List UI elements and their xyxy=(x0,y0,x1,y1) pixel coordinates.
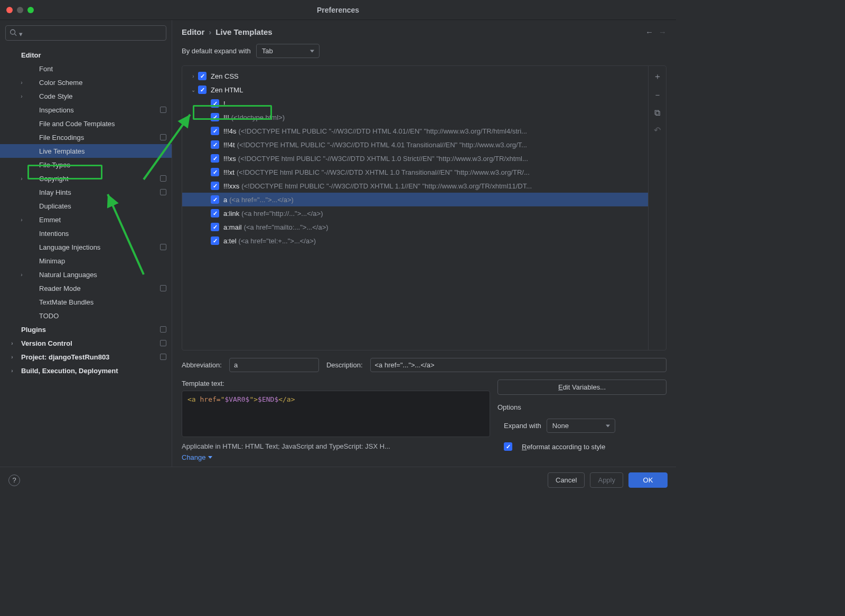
list-item[interactable]: !!!xt (<!DOCTYPE html PUBLIC "-//W3C//DT… xyxy=(182,165,648,179)
list-item[interactable]: a:mail (<a href="mailto:...">...</a>) xyxy=(182,220,648,234)
template-name: !!!xxs xyxy=(223,182,239,190)
sidebar-item[interactable]: Minimap xyxy=(0,254,172,268)
sidebar-item[interactable]: Inspections xyxy=(0,103,172,117)
sidebar-item[interactable]: Duplicates xyxy=(0,199,172,213)
templates-list[interactable]: ›Zen CSS⌄Zen HTML!!!! (<!doctype html>)!… xyxy=(182,66,648,350)
template-checkbox[interactable] xyxy=(211,182,219,190)
chevron-right-icon: › xyxy=(16,93,27,99)
sidebar-item[interactable]: File Types xyxy=(0,158,172,172)
scope-badge-icon xyxy=(160,244,166,250)
sidebar-item[interactable]: ›Emmet xyxy=(0,213,172,226)
revert-icon[interactable]: ↶ xyxy=(654,125,661,135)
list-item[interactable]: a:tel (<a href="tel:+...">...</a>) xyxy=(182,234,648,248)
sidebar-item[interactable]: Inlay Hints xyxy=(0,185,172,199)
sidebar-item[interactable]: ›Code Style xyxy=(0,89,172,103)
sidebar-item-label: Reader Mode xyxy=(27,285,172,292)
sidebar-item[interactable]: ›Version Control xyxy=(0,336,172,350)
template-checkbox[interactable] xyxy=(198,86,206,94)
template-name: !!!4t xyxy=(223,141,235,149)
copy-icon[interactable]: ⧉ xyxy=(654,108,660,118)
sidebar-item[interactable]: File and Code Templates xyxy=(0,117,172,130)
abbreviation-label: Abbreviation: xyxy=(182,361,222,369)
list-item[interactable]: !!!xs (<!DOCTYPE html PUBLIC "-//W3C//DT… xyxy=(182,151,648,165)
chevron-icon: ⌄ xyxy=(189,87,198,93)
breadcrumb-current: Live Templates xyxy=(215,27,272,36)
sidebar-item[interactable]: File Encodings xyxy=(0,130,172,144)
list-item[interactable]: ! xyxy=(182,97,648,110)
scope-badge-icon xyxy=(160,340,166,346)
breadcrumb: Editor › Live Templates ← → xyxy=(182,27,666,36)
sidebar-item-label: TextMate Bundles xyxy=(27,298,172,306)
sidebar-item[interactable]: Live Templates xyxy=(0,144,172,158)
help-icon[interactable]: ? xyxy=(8,475,20,486)
template-hint: (<a href="mailto:...">...</a>) xyxy=(244,223,328,231)
abbreviation-input[interactable] xyxy=(229,358,319,372)
description-label: Description: xyxy=(326,361,363,369)
list-item[interactable]: !!!xxs (<!DOCTYPE html PUBLIC "-//W3C//D… xyxy=(182,179,648,193)
chevron-right-icon: › xyxy=(16,217,27,223)
nav-back-icon[interactable]: ← xyxy=(645,27,653,36)
list-item[interactable]: a:link (<a href="http://...">...</a>) xyxy=(182,206,648,220)
description-input[interactable] xyxy=(370,358,666,372)
edit-variables-button[interactable]: EEdit Variables...dit Variables... xyxy=(497,380,666,395)
expand-with-default-select[interactable]: Tab xyxy=(256,44,320,58)
list-item[interactable]: !!!4s (<!DOCTYPE HTML PUBLIC "-//W3C//DT… xyxy=(182,124,648,138)
ok-button[interactable]: OK xyxy=(628,472,668,488)
template-checkbox[interactable] xyxy=(211,209,219,217)
template-checkbox[interactable] xyxy=(211,140,219,149)
template-checkbox[interactable] xyxy=(211,127,219,135)
list-item[interactable]: !!!4t (<!DOCTYPE HTML PUBLIC "-//W3C//DT… xyxy=(182,138,648,151)
list-item[interactable]: ›Zen CSS xyxy=(182,69,648,83)
cancel-button[interactable]: Cancel xyxy=(548,472,585,488)
sidebar-item-label: Inspections xyxy=(27,106,172,114)
sidebar-item-label: Plugins xyxy=(18,326,172,334)
sidebar-item-label: Minimap xyxy=(27,257,172,265)
sidebar-item-label: File Encodings xyxy=(27,134,172,141)
settings-tree[interactable]: EditorFont›Color Scheme›Code StyleInspec… xyxy=(0,46,172,467)
template-checkbox[interactable] xyxy=(211,168,219,176)
template-checkbox[interactable] xyxy=(198,72,206,80)
template-checkbox[interactable] xyxy=(211,223,219,231)
sidebar-item[interactable]: Intentions xyxy=(0,226,172,240)
sidebar-item[interactable]: ›Project: djangoTestRun803 xyxy=(0,350,172,364)
nav-forward-icon: → xyxy=(659,27,666,36)
expand-with-select[interactable]: None xyxy=(547,419,615,433)
template-hint: (<!DOCTYPE html PUBLIC "-//W3C//DTD XHTM… xyxy=(237,168,530,176)
sidebar-item[interactable]: ›Natural Languages xyxy=(0,268,172,281)
remove-icon[interactable]: － xyxy=(653,90,662,101)
sidebar-item[interactable]: ›Copyright xyxy=(0,172,172,185)
breadcrumb-root: Editor xyxy=(182,27,204,36)
list-item[interactable]: ⌄Zen HTML xyxy=(182,83,648,97)
sidebar-item[interactable]: TextMate Bundles xyxy=(0,295,172,309)
sidebar-item[interactable]: Language Injections xyxy=(0,240,172,254)
template-checkbox[interactable] xyxy=(211,195,219,204)
search-input[interactable] xyxy=(5,25,166,41)
template-checkbox[interactable] xyxy=(211,236,219,245)
options-heading: Options xyxy=(497,403,666,411)
template-text-editor[interactable]: <a href="$VAR0$">$END$</a> xyxy=(182,391,490,437)
sidebar-item[interactable]: ›Color Scheme xyxy=(0,75,172,89)
sidebar-item[interactable]: Font xyxy=(0,62,172,75)
sidebar-item-label: Project: djangoTestRun803 xyxy=(18,353,172,361)
applicable-contexts: Applicable in HTML: HTML Text; JavaScrip… xyxy=(182,442,490,450)
sidebar-item[interactable]: ›Build, Execution, Deployment xyxy=(0,364,172,377)
sidebar-item[interactable]: Editor xyxy=(0,48,172,62)
sidebar-item[interactable]: Reader Mode xyxy=(0,281,172,295)
template-checkbox[interactable] xyxy=(211,99,219,108)
sidebar-item-label: Build, Execution, Deployment xyxy=(18,367,172,375)
template-hint: (<!DOCTYPE HTML PUBLIC "-//W3C//DTD HTML… xyxy=(239,127,527,135)
change-context-link[interactable]: Change xyxy=(182,453,490,461)
list-item[interactable]: a (<a href="...">...</a>) xyxy=(182,193,648,206)
list-item[interactable]: !!! (<!doctype html>) xyxy=(182,110,648,124)
template-checkbox[interactable] xyxy=(211,113,219,121)
svg-line-1 xyxy=(15,34,17,36)
chevron-right-icon: › xyxy=(6,340,18,346)
titlebar: Preferences xyxy=(0,0,676,20)
sidebar-item[interactable]: TODO xyxy=(0,309,172,323)
sidebar-item[interactable]: Plugins xyxy=(0,323,172,336)
template-checkbox[interactable] xyxy=(211,154,219,163)
sidebar-item-label: Code Style xyxy=(27,92,172,100)
add-icon[interactable]: ＋ xyxy=(653,71,662,82)
reformat-checkbox[interactable] xyxy=(504,442,512,451)
template-hint: (<!DOCTYPE HTML PUBLIC "-//W3C//DTD HTML… xyxy=(237,141,527,149)
